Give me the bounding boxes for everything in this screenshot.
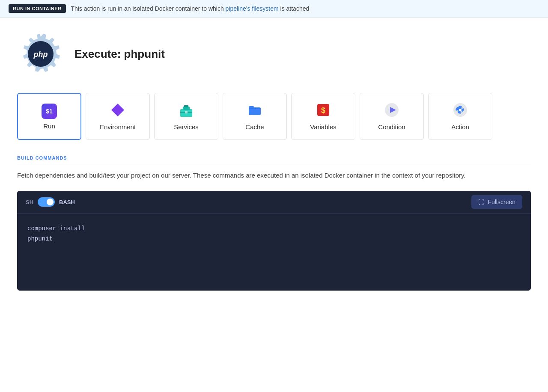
condition-icon xyxy=(384,102,399,118)
toggle-knob xyxy=(47,199,54,205)
section-title: BUILD COMMANDS xyxy=(17,155,531,164)
top-banner: RUN IN CONTAINER This action is run in a… xyxy=(0,0,548,18)
services-icon xyxy=(179,102,194,118)
cache-tab-icon xyxy=(247,102,262,120)
svg-rect-7 xyxy=(185,111,188,113)
variables-tab-icon: $ xyxy=(316,102,331,120)
action-header: php Execute: phpunit xyxy=(17,30,531,77)
php-icon-wrapper: php xyxy=(17,30,64,77)
tab-services[interactable]: Services xyxy=(154,93,218,140)
sh-bash-toggle-switch[interactable] xyxy=(38,197,55,207)
tab-cache[interactable]: Cache xyxy=(223,93,287,140)
pipeline-filesystem-link[interactable]: pipeline's filesystem xyxy=(226,5,279,12)
svg-marker-2 xyxy=(111,104,124,116)
tab-run[interactable]: $1 Run xyxy=(17,93,81,140)
action-icon xyxy=(453,102,468,118)
diamond-icon xyxy=(110,102,125,118)
sh-label: SH xyxy=(26,199,33,205)
banner-description: This action is run in an isolated Docker… xyxy=(71,5,310,12)
fullscreen-icon: ⛶ xyxy=(478,199,484,205)
main-content: php Execute: phpunit $1 Run Environment xyxy=(0,18,548,303)
tab-services-label: Services xyxy=(174,123,199,131)
bash-label: BASH xyxy=(59,199,75,205)
tab-variables[interactable]: $ Variables xyxy=(291,93,355,140)
code-line-1: composer install xyxy=(27,224,521,234)
code-editor-toolbar: SH BASH ⛶ Fullscreen xyxy=(17,191,531,214)
variables-icon: $ xyxy=(316,102,331,118)
action-tab-icon xyxy=(453,102,468,120)
tab-condition[interactable]: Condition xyxy=(360,93,424,140)
php-gear-icon: php xyxy=(17,30,64,77)
tab-action-label: Action xyxy=(451,123,469,131)
svg-point-14 xyxy=(459,109,462,111)
tab-cache-label: Cache xyxy=(245,123,264,131)
run-tab-icon: $1 xyxy=(42,104,57,119)
run-icon: $1 xyxy=(42,104,57,119)
svg-text:$: $ xyxy=(321,106,325,115)
tab-action[interactable]: Action xyxy=(428,93,492,140)
tab-condition-label: Condition xyxy=(378,123,405,131)
tab-environment-label: Environment xyxy=(100,123,136,131)
fullscreen-button[interactable]: ⛶ Fullscreen xyxy=(471,195,522,209)
code-editor: SH BASH ⛶ Fullscreen composer install ph… xyxy=(17,191,531,291)
sh-bash-toggle: SH BASH xyxy=(26,197,75,207)
run-in-container-badge: RUN IN CONTAINER xyxy=(9,4,66,13)
svg-text:php: php xyxy=(33,50,48,59)
build-commands-section: BUILD COMMANDS Fetch dependencies and bu… xyxy=(17,155,531,291)
tab-environment[interactable]: Environment xyxy=(86,93,150,140)
fullscreen-label: Fullscreen xyxy=(488,199,515,205)
condition-tab-icon xyxy=(384,102,399,120)
code-line-2: phpunit xyxy=(27,234,521,244)
tab-variables-label: Variables xyxy=(310,123,336,131)
environment-tab-icon xyxy=(110,102,125,120)
services-tab-icon xyxy=(179,102,194,120)
code-area[interactable]: composer install phpunit xyxy=(17,214,531,291)
section-description: Fetch dependencies and build/test your p… xyxy=(17,170,531,181)
tab-run-label: Run xyxy=(43,122,55,130)
tabs-row: $1 Run Environment xyxy=(17,93,531,140)
svg-rect-5 xyxy=(184,105,188,107)
cache-icon xyxy=(247,102,262,118)
action-title: Execute: phpunit xyxy=(74,48,165,61)
